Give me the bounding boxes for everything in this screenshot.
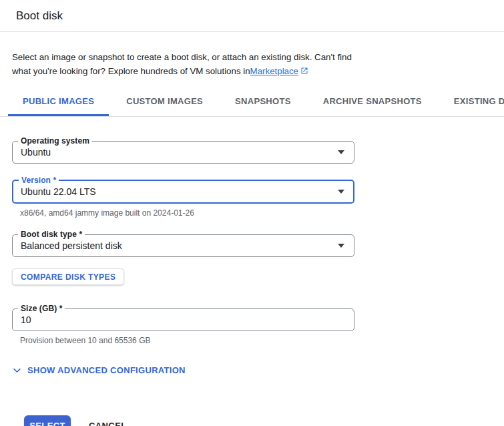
tab-bar: PUBLIC IMAGES CUSTOM IMAGES SNAPSHOTS AR… — [0, 86, 504, 117]
page-title: Boot disk — [16, 9, 63, 23]
chevron-down-icon — [12, 365, 22, 375]
dropdown-arrow-icon — [338, 244, 344, 248]
show-advanced-configuration-toggle[interactable]: SHOW ADVANCED CONFIGURATION — [12, 365, 186, 375]
marketplace-link-label: Marketplace — [250, 66, 298, 76]
size-field: Size (GB) * — [12, 308, 354, 331]
tab-custom-images[interactable]: CUSTOM IMAGES — [111, 86, 218, 116]
operating-system-value: Ubuntu — [21, 147, 51, 158]
compare-disk-types-button[interactable]: COMPARE DISK TYPES — [12, 268, 124, 285]
intro-line-2: what you're looking for? Explore hundred… — [12, 66, 250, 76]
advanced-toggle-label: SHOW ADVANCED CONFIGURATION — [27, 365, 186, 375]
intro-line-1: Select an image or snapshot to create a … — [12, 50, 367, 64]
boot-disk-type-label: Boot disk type * — [18, 230, 85, 239]
boot-disk-type-value: Balanced persistent disk — [21, 240, 122, 251]
operating-system-select[interactable]: Operating system Ubuntu — [12, 141, 354, 164]
boot-disk-type-select[interactable]: Boot disk type * Balanced persistent dis… — [12, 234, 354, 257]
dropdown-arrow-icon — [338, 150, 344, 154]
size-label: Size (GB) * — [18, 304, 65, 313]
boot-disk-form: Operating system Ubuntu Version * Ubuntu… — [0, 141, 504, 426]
select-button[interactable]: SELECT — [24, 415, 71, 426]
cancel-button[interactable]: CANCEL — [89, 421, 127, 426]
version-value: Ubuntu 22.04 LTS — [21, 186, 96, 197]
tab-public-images[interactable]: PUBLIC IMAGES — [8, 86, 109, 116]
operating-system-label: Operating system — [18, 136, 92, 146]
open-in-new-icon — [300, 67, 308, 75]
tab-snapshots[interactable]: SNAPSHOTS — [220, 86, 306, 116]
tab-existing-disks[interactable]: EXISTING DISKS — [439, 86, 504, 116]
marketplace-link[interactable]: Marketplace — [250, 66, 308, 76]
dialog-footer: SELECT CANCEL — [24, 415, 492, 426]
version-helper-text: x86/64, amd64 jammy image built on 2024-… — [20, 208, 492, 218]
dropdown-arrow-icon — [338, 190, 344, 194]
intro-text: Select an image or snapshot to create a … — [12, 50, 367, 78]
dialog-header: Boot disk — [0, 0, 504, 32]
version-select[interactable]: Version * Ubuntu 22.04 LTS — [12, 180, 354, 204]
version-label: Version * — [19, 176, 59, 185]
size-input[interactable] — [21, 314, 344, 325]
tab-archive-snapshots[interactable]: ARCHIVE SNAPSHOTS — [308, 86, 437, 116]
size-helper-text: Provision between 10 and 65536 GB — [20, 336, 492, 345]
